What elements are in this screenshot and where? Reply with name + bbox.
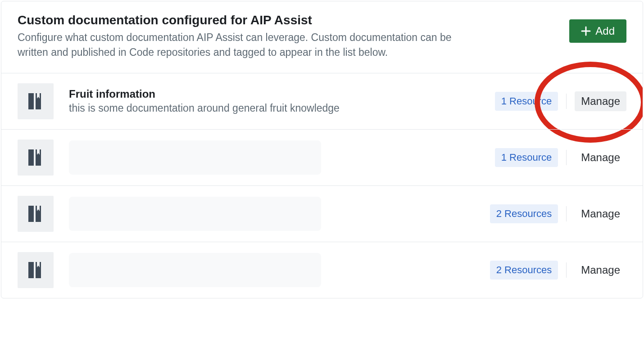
- svg-rect-2: [28, 149, 34, 166]
- svg-rect-4: [28, 206, 34, 222]
- row-actions: 2 ResourcesManage: [490, 260, 626, 280]
- vertical-divider: [566, 206, 567, 221]
- resource-count-chip[interactable]: 1 Resource: [495, 92, 558, 111]
- vertical-divider: [566, 94, 567, 109]
- svg-rect-6: [28, 262, 34, 278]
- redacted-placeholder: [69, 253, 321, 287]
- manage-button[interactable]: Manage: [575, 204, 626, 224]
- vertical-divider: [566, 150, 567, 165]
- panel-header: Custom documentation configured for AIP …: [1, 1, 643, 73]
- custom-docs-panel: Custom documentation configured for AIP …: [1, 1, 643, 298]
- row-title: Fruit information: [69, 88, 495, 100]
- list-item: 2 ResourcesManage: [1, 242, 643, 298]
- resource-count-chip[interactable]: 2 Resources: [490, 261, 558, 280]
- rows-container: Fruit informationthis is some documentat…: [1, 73, 643, 298]
- book-icon: [18, 252, 54, 288]
- svg-rect-0: [28, 93, 34, 109]
- row-body: Fruit informationthis is some documentat…: [69, 88, 495, 114]
- add-button-label: Add: [595, 25, 615, 37]
- add-button[interactable]: Add: [569, 19, 626, 43]
- book-icon: [18, 196, 54, 232]
- redacted-placeholder: [69, 197, 321, 231]
- row-body: [69, 140, 495, 175]
- list-item: 1 ResourceManage: [1, 129, 643, 185]
- row-actions: 2 ResourcesManage: [490, 204, 626, 224]
- row-actions: 1 ResourceManage: [495, 91, 626, 111]
- list-item: Fruit informationthis is some documentat…: [1, 73, 643, 129]
- resource-count-chip[interactable]: 2 Resources: [490, 204, 558, 223]
- vertical-divider: [566, 262, 567, 278]
- resource-count-chip[interactable]: 1 Resource: [495, 148, 558, 167]
- row-body: [69, 253, 490, 287]
- row-body: [69, 197, 490, 231]
- manage-button[interactable]: Manage: [575, 260, 626, 280]
- book-icon: [18, 140, 54, 176]
- manage-button[interactable]: Manage: [575, 91, 626, 111]
- book-icon: [18, 83, 54, 119]
- manage-button[interactable]: Manage: [575, 148, 626, 167]
- row-actions: 1 ResourceManage: [495, 148, 626, 167]
- redacted-placeholder: [69, 140, 321, 175]
- plus-icon: [581, 26, 591, 36]
- panel-title: Custom documentation configured for AIP …: [18, 13, 468, 27]
- row-desc: this is some documentation around genera…: [69, 102, 495, 114]
- panel-subtitle: Configure what custom documentation AIP …: [18, 30, 468, 60]
- panel-header-text: Custom documentation configured for AIP …: [18, 13, 468, 60]
- list-item: 2 ResourcesManage: [1, 185, 643, 242]
